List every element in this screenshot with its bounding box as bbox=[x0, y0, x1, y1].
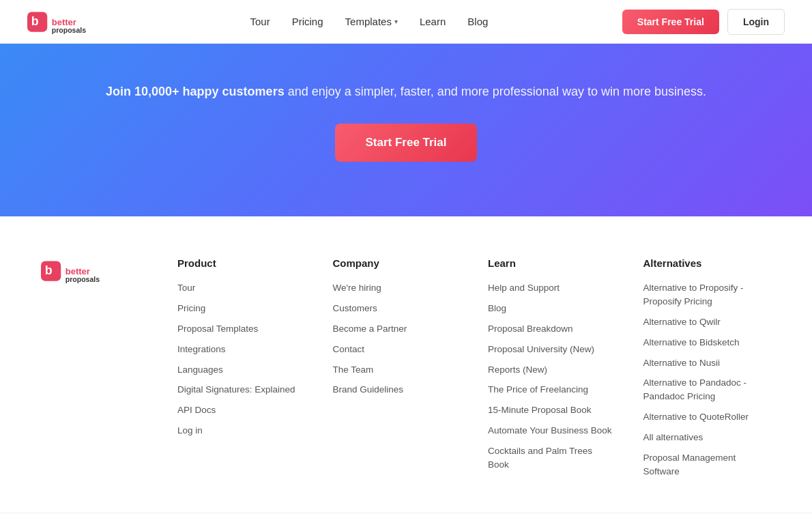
footer-link-languages[interactable]: Languages bbox=[177, 365, 223, 375]
footer-link-alt-pandadoc[interactable]: Alternative to Pandadoc - Pandadoc Prici… bbox=[643, 377, 747, 401]
footer-link-tour[interactable]: Tour bbox=[177, 283, 195, 293]
navbar: b better proposals Tour Pricing Template… bbox=[0, 0, 812, 44]
footer-link-log-in[interactable]: Log in bbox=[177, 425, 203, 436]
footer-link-alt-qwilr[interactable]: Alternative to Qwilr bbox=[643, 317, 721, 327]
footer-col-product: Product Tour Pricing Proposal Templates … bbox=[177, 257, 306, 485]
footer-link-hiring[interactable]: We're hiring bbox=[333, 283, 381, 293]
footer-link-breakdown[interactable]: Proposal Breakdown bbox=[488, 324, 573, 334]
footer-link-digital-signatures[interactable]: Digital Signatures: Explained bbox=[177, 384, 295, 395]
nav-logo[interactable]: b better proposals bbox=[27, 10, 116, 34]
nav-login-button[interactable]: Login bbox=[727, 9, 785, 35]
footer-link-proposal-mgmt[interactable]: Proposal Management Software bbox=[643, 453, 736, 476]
footer-col-company-links: We're hiring Customers Become a Partner … bbox=[333, 281, 461, 397]
footer-link-pricing[interactable]: Pricing bbox=[177, 303, 205, 313]
svg-text:proposals: proposals bbox=[52, 26, 87, 34]
footer-link-all-alternatives[interactable]: All alternatives bbox=[643, 432, 704, 442]
nav-actions: Start Free Trial Login bbox=[622, 9, 785, 35]
footer-col-alternatives-links: Alternative to Proposify - Proposify Pri… bbox=[643, 281, 772, 479]
nav-trial-button[interactable]: Start Free Trial bbox=[622, 10, 719, 34]
footer-link-15min-book[interactable]: 15-Minute Proposal Book bbox=[488, 405, 592, 415]
footer-link-automate-book[interactable]: Automate Your Business Book bbox=[488, 425, 612, 436]
footer-link-customers[interactable]: Customers bbox=[333, 303, 377, 313]
footer-link-alt-proposify[interactable]: Alternative to Proposify - Proposify Pri… bbox=[643, 283, 744, 306]
hero-trial-button[interactable]: Start Free Trial bbox=[335, 124, 476, 162]
nav-link-templates[interactable]: Templates ▾ bbox=[345, 16, 398, 27]
footer-link-cocktails-book[interactable]: Cocktails and Palm Trees Book bbox=[488, 446, 592, 470]
svg-text:b: b bbox=[45, 263, 53, 277]
footer-col-alternatives: Alternatives Alternative to Proposify - … bbox=[643, 257, 772, 485]
hero-subtitle: Join 10,000+ happy customers and enjoy a… bbox=[27, 85, 785, 99]
hero-highlight: 10,000+ happy customers bbox=[134, 85, 285, 98]
nav-links: Tour Pricing Templates ▾ Learn Blog bbox=[250, 16, 489, 28]
nav-link-tour[interactable]: Tour bbox=[250, 16, 270, 27]
footer-main: b better proposals Product Tour Pricing … bbox=[0, 216, 812, 513]
svg-text:proposals: proposals bbox=[66, 275, 100, 283]
footer-link-contact[interactable]: Contact bbox=[333, 344, 365, 354]
footer-link-price-freelancing[interactable]: The Price of Freelancing bbox=[488, 384, 588, 395]
footer-link-blog[interactable]: Blog bbox=[488, 303, 506, 313]
footer-link-alt-nusii[interactable]: Alternative to Nusii bbox=[643, 358, 721, 368]
chevron-down-icon: ▾ bbox=[394, 18, 398, 25]
footer-link-alt-bidsketch[interactable]: Alternative to Bidsketch bbox=[643, 337, 740, 347]
nav-link-learn[interactable]: Learn bbox=[420, 16, 446, 27]
footer-link-reports[interactable]: Reports (New) bbox=[488, 365, 547, 375]
hero-suffix: and enjoy a simpler, faster, and more pr… bbox=[285, 85, 706, 98]
footer-link-proposal-templates[interactable]: Proposal Templates bbox=[177, 324, 258, 334]
footer-col-product-links: Tour Pricing Proposal Templates Integrat… bbox=[177, 281, 306, 438]
footer-link-university[interactable]: Proposal University (New) bbox=[488, 344, 594, 354]
footer-link-integrations[interactable]: Integrations bbox=[177, 344, 226, 354]
nav-link-blog[interactable]: Blog bbox=[467, 16, 488, 27]
footer-logo[interactable]: b better proposals bbox=[41, 257, 150, 285]
footer-col-learn: Learn Help and Support Blog Proposal Bre… bbox=[488, 257, 616, 485]
footer-grid: b better proposals Product Tour Pricing … bbox=[41, 257, 771, 485]
footer-col-company: Company We're hiring Customers Become a … bbox=[333, 257, 461, 485]
footer-link-api-docs[interactable]: API Docs bbox=[177, 405, 216, 415]
footer-link-brand[interactable]: Brand Guidelines bbox=[333, 384, 404, 395]
footer-col-company-title: Company bbox=[333, 257, 461, 269]
footer-col-learn-links: Help and Support Blog Proposal Breakdown… bbox=[488, 281, 616, 472]
footer-link-partner[interactable]: Become a Partner bbox=[333, 324, 407, 334]
hero-banner: Join 10,000+ happy customers and enjoy a… bbox=[0, 44, 812, 216]
footer-col-product-title: Product bbox=[177, 257, 306, 269]
nav-link-pricing[interactable]: Pricing bbox=[292, 16, 323, 27]
footer-logo-col: b better proposals bbox=[41, 257, 150, 485]
footer-col-learn-title: Learn bbox=[488, 257, 616, 269]
footer-link-alt-quoteroller[interactable]: Alternative to QuoteRoller bbox=[643, 412, 749, 422]
footer-link-team[interactable]: The Team bbox=[333, 365, 374, 375]
hero-prefix: Join bbox=[106, 85, 134, 98]
footer-col-alternatives-title: Alternatives bbox=[643, 257, 772, 269]
footer-link-help[interactable]: Help and Support bbox=[488, 283, 560, 293]
svg-text:b: b bbox=[31, 14, 39, 27]
